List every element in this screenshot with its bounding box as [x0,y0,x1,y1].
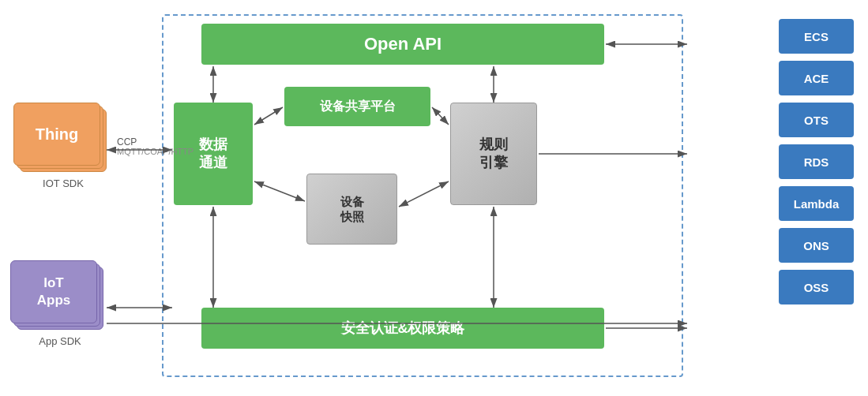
lambda-label: Lambda [794,197,840,211]
security-label: 安全认证&权限策略 [341,319,465,338]
rds-label: RDS [804,155,829,169]
security-box: 安全认证&权限策略 [201,308,604,349]
iot-apps-label: IoT Apps [37,275,71,309]
device-snapshot-box: 设备 快照 [306,174,397,245]
device-share-label: 设备共享平台 [320,99,396,115]
rules-engine-label: 规则 引擎 [479,136,508,173]
service-lambda: Lambda [779,186,854,221]
rules-engine-box: 规则 引擎 [450,103,537,205]
device-share-box: 设备共享平台 [284,87,430,126]
services-right-panel: ECS ACE OTS RDS Lambda ONS OSS [779,19,854,304]
data-channel-label: 数据 通道 [199,136,227,173]
ons-label: ONS [803,239,829,252]
service-ots: OTS [779,103,854,137]
oss-label: OSS [804,281,829,294]
ots-label: OTS [804,114,829,127]
service-ace: ACE [779,61,854,95]
service-rds: RDS [779,144,854,179]
thing-label: Thing [36,125,78,144]
diagram-container: Open API 数据 通道 设备共享平台 规则 引擎 设备 快照 安全认证&权… [0,0,868,396]
thing-card-front: Thing [13,103,100,166]
iot-card-front: IoT Apps [10,260,97,323]
ace-label: ACE [804,72,829,85]
service-ons: ONS [779,228,854,263]
thing-sdk-label: IOT SDK [13,177,113,189]
service-oss: OSS [779,270,854,304]
protocol-text: MQTT/COAP/HTTP [117,146,194,158]
open-api-label: Open API [364,34,442,54]
device-snapshot-label: 设备 快照 [340,194,364,225]
service-ecs: ECS [779,19,854,54]
open-api-box: Open API [201,24,604,65]
ecs-label: ECS [804,30,829,43]
iot-sdk-label: App SDK [10,335,110,347]
